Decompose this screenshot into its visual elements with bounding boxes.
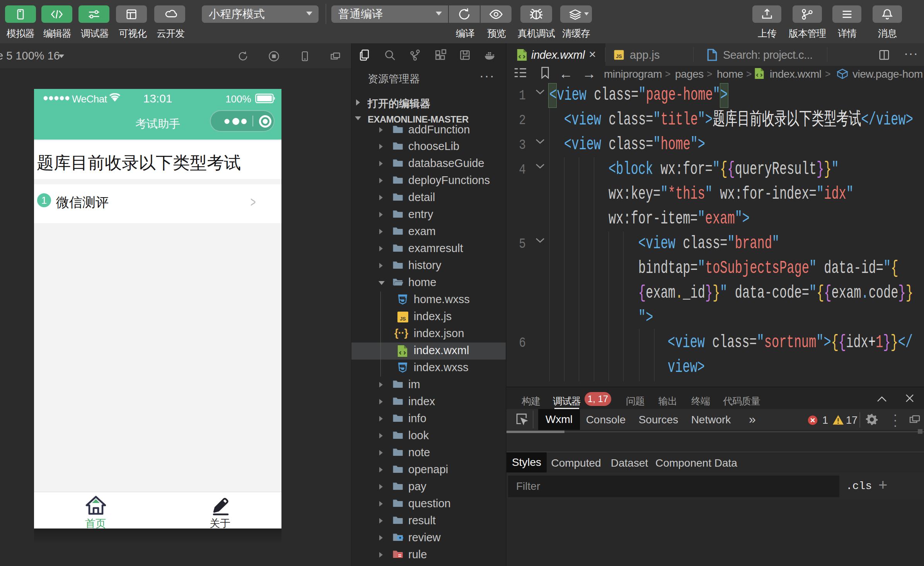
svg-text:JS: JS xyxy=(616,54,622,59)
svg-text:JS: JS xyxy=(400,316,406,322)
